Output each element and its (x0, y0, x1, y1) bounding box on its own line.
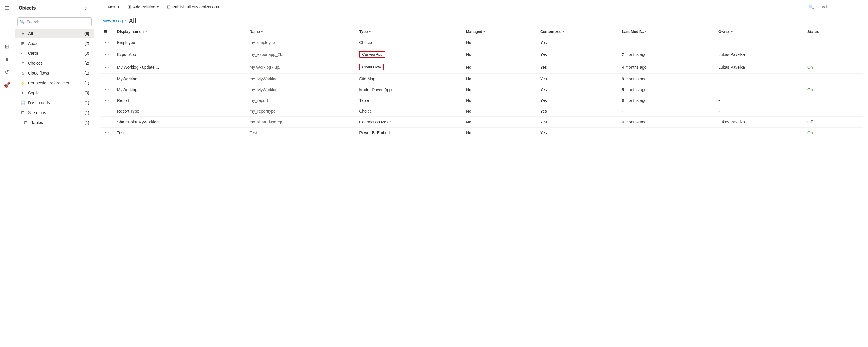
row-owner: - (715, 127, 804, 138)
col-name[interactable]: Name ▾ (246, 27, 356, 37)
row-more-button[interactable]: ⋯ (100, 61, 114, 74)
sidebar-item-cloud-flows[interactable]: ⌂ Cloud flows (1) (15, 68, 94, 78)
row-customized: Yes (537, 117, 619, 127)
sidebar-item-choices[interactable]: ≡ Choices (2) (15, 59, 94, 68)
table-row[interactable]: ⋯My Worklog - update ...My Worklog - up.… (100, 61, 863, 74)
more-icon[interactable]: ⋯ (104, 64, 110, 70)
row-managed: No (463, 85, 537, 95)
back-icon[interactable]: ← (1, 15, 13, 27)
col-display-name-label: Display name (117, 29, 142, 34)
toolbar-search-label: Search (816, 5, 829, 9)
row-display-name: Report (114, 95, 246, 106)
type-badge-highlighted: Canvas App (359, 51, 385, 58)
hamburger-icon[interactable]: ☰ (1, 2, 13, 14)
col-checkbox[interactable]: ☰ (100, 27, 114, 37)
row-display-name: MyWorklog (114, 74, 246, 85)
cards-icon: ▭ (20, 51, 26, 56)
row-owner: - (715, 85, 804, 95)
more-icon[interactable]: ⋯ (104, 108, 110, 114)
row-owner: - (715, 37, 804, 48)
list-icon[interactable]: ≡ (1, 54, 13, 65)
tables-expand-icon: › (20, 121, 21, 124)
table-row[interactable]: ⋯SharePoint MyWorklog...my_sharedsharep.… (100, 117, 863, 127)
col-managed[interactable]: Managed ▾ (463, 27, 537, 37)
managed-sort-icon: ▾ (484, 30, 485, 33)
sidebar-item-copilots[interactable]: ✦ Copilots (0) (15, 88, 94, 97)
sidebar-item-cloud-flows-label: Cloud flows (28, 71, 82, 75)
row-owner: - (715, 95, 804, 106)
col-last-modified-label: Last Modif... (622, 29, 644, 34)
table-row[interactable]: ⋯Employeemy_employeeChoiceNoYes-- (100, 37, 863, 48)
row-more-button[interactable]: ⋯ (100, 95, 114, 106)
toolbar-search[interactable]: 🔍 Search (805, 3, 863, 11)
more-icon[interactable]: ⋯ (104, 52, 110, 57)
row-last-modified: 4 months ago (618, 61, 715, 74)
row-more-button[interactable]: ⋯ (100, 37, 114, 48)
more-button[interactable]: ... (223, 3, 234, 11)
sidebar-item-cards[interactable]: ▭ Cards (0) (15, 49, 94, 58)
sidebar-search-icon: 🔍 (20, 20, 25, 24)
more-icon[interactable]: ⋯ (104, 76, 110, 82)
add-existing-button[interactable]: ⊞ Add existing ▾ (124, 2, 162, 11)
table-row[interactable]: ⋯ExportAppmy_exportapp_2f...Canvas AppNo… (100, 48, 863, 61)
table-row[interactable]: ⋯MyWorklogmy_MyWorklogModel-Driven AppNo… (100, 85, 863, 95)
col-type[interactable]: Type ▾ (356, 27, 463, 37)
row-status (804, 95, 863, 106)
row-last-modified: - (618, 106, 715, 117)
row-more-button[interactable]: ⋯ (100, 85, 114, 95)
breadcrumb-current: All (129, 18, 136, 24)
new-label: New (108, 5, 116, 9)
sidebar-item-dashboards[interactable]: 📊 Dashboards (1) (15, 98, 94, 107)
owner-sort-icon: ▾ (731, 30, 733, 33)
grid-icon[interactable]: ⊞ (1, 41, 13, 53)
row-type: Canvas App (356, 48, 463, 61)
table-header-row: ☰ Display name ↑ ▾ Name ▾ (100, 27, 863, 37)
sidebar-item-apps[interactable]: ⊞ Apps (2) (15, 39, 94, 48)
more-icon[interactable]: ⋯ (104, 87, 110, 93)
more-icon[interactable]: ⋯ (1, 28, 13, 40)
sidebar-item-site-maps[interactable]: ⊟ Site maps (1) (15, 108, 94, 117)
history-icon[interactable]: ↺ (1, 66, 13, 78)
publish-button[interactable]: ⊞ Publish all customizations (163, 2, 222, 11)
sidebar-item-dashboards-label: Dashboards (28, 100, 82, 105)
table-row[interactable]: ⋯TestTestPower BI Embed...NoYes--On (100, 127, 863, 138)
sidebar-item-connection-references[interactable]: ⚡ Connection references (1) (15, 78, 94, 88)
row-more-button[interactable]: ⋯ (100, 48, 114, 61)
sidebar-item-all[interactable]: ≡ All (9) (15, 29, 94, 38)
more-icon[interactable]: ⋯ (104, 40, 110, 45)
copilots-icon: ✦ (20, 91, 26, 95)
breadcrumb-parent[interactable]: MyWorklog (102, 19, 123, 23)
more-icon[interactable]: ⋯ (104, 97, 110, 103)
col-display-name[interactable]: Display name ↑ ▾ (114, 27, 246, 37)
col-customized[interactable]: Customized ▾ (537, 27, 619, 37)
sidebar-search-input[interactable] (18, 18, 92, 26)
collapse-sidebar-button[interactable]: › (81, 3, 91, 13)
toolbar-search-icon: 🔍 (809, 5, 814, 9)
objects-table: ☰ Display name ↑ ▾ Name ▾ (100, 27, 863, 138)
new-button[interactable]: + New ▾ (100, 3, 123, 11)
nav-strip: ☰ ← ⋯ ⊞ ≡ ↺ 🚀 (0, 0, 14, 347)
row-more-button[interactable]: ⋯ (100, 127, 114, 138)
row-managed: No (463, 74, 537, 85)
rocket-icon[interactable]: 🚀 (1, 79, 13, 91)
more-icon[interactable]: ⋯ (104, 119, 110, 125)
table-row[interactable]: ⋯Reportmy_reportTableNoYes9 months ago- (100, 95, 863, 106)
row-more-button[interactable]: ⋯ (100, 117, 114, 127)
col-owner[interactable]: Owner ▾ (715, 27, 804, 37)
row-owner: Lukas Pavelka (715, 117, 804, 127)
publish-label: Publish all customizations (172, 5, 219, 9)
breadcrumb: MyWorklog › All (95, 14, 868, 27)
row-display-name: SharePoint MyWorklog... (114, 117, 246, 127)
row-more-button[interactable]: ⋯ (100, 106, 114, 117)
sidebar-item-apps-count: (2) (85, 41, 89, 46)
row-type: Site Map (356, 74, 463, 85)
row-name: My Worklog - up... (246, 61, 356, 74)
sidebar-item-tables[interactable]: › ⊞ Tables (1) (15, 118, 94, 127)
more-icon[interactable]: ⋯ (104, 130, 110, 136)
table-row[interactable]: ⋯MyWorklogmy_MyWorklogSite MapNoYes9 mon… (100, 74, 863, 85)
row-more-button[interactable]: ⋯ (100, 74, 114, 85)
sidebar-item-connection-count: (1) (85, 81, 89, 85)
col-last-modified[interactable]: Last Modif... ▾ (618, 27, 715, 37)
more-dots-icon: ... (227, 5, 230, 9)
table-row[interactable]: ⋯Report Typemy_reporttypeChoiceNoYes-- (100, 106, 863, 117)
